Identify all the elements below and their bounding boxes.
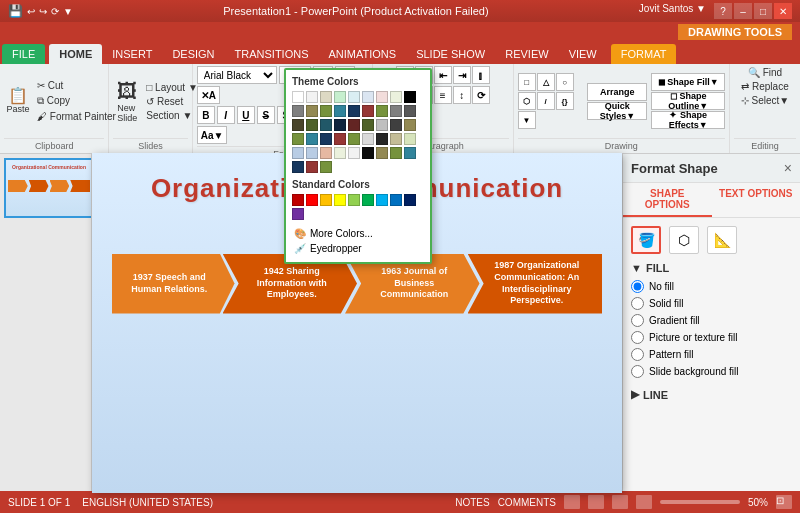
toolbar-icon-1[interactable]: ↩ — [27, 6, 35, 17]
normal-view-btn[interactable] — [564, 495, 580, 509]
color-swatch[interactable] — [348, 194, 360, 206]
fill-radio[interactable] — [631, 331, 644, 344]
color-swatch[interactable] — [320, 119, 332, 131]
color-swatch[interactable] — [306, 194, 318, 206]
tab-review[interactable]: REVIEW — [495, 44, 558, 64]
change-case-button[interactable]: Aa▼ — [197, 126, 228, 144]
toolbar-icon-4[interactable]: ▼ — [63, 6, 73, 17]
color-swatch[interactable] — [320, 194, 332, 206]
indent-left-button[interactable]: ⇤ — [434, 66, 452, 84]
color-swatch[interactable] — [348, 133, 360, 145]
color-swatch[interactable] — [334, 147, 346, 159]
italic-button[interactable]: I — [217, 106, 235, 124]
close-button[interactable]: ✕ — [774, 3, 792, 19]
color-swatch[interactable] — [390, 133, 402, 145]
color-swatch[interactable] — [376, 105, 388, 117]
replace-button[interactable]: ⇄ Replace — [738, 80, 791, 93]
tab-home[interactable]: HOME — [49, 44, 102, 64]
color-swatch[interactable] — [306, 91, 318, 103]
fill-radio-option[interactable]: Pattern fill — [631, 346, 792, 363]
indent-right-button[interactable]: ⇥ — [453, 66, 471, 84]
color-swatch[interactable] — [306, 147, 318, 159]
color-swatch[interactable] — [334, 194, 346, 206]
fill-radio-option[interactable]: Slide background fill — [631, 363, 792, 380]
arrow-shape[interactable]: 1937 Speech and Human Relations. — [112, 254, 235, 314]
color-swatch[interactable] — [292, 91, 304, 103]
tab-shape-options[interactable]: SHAPE OPTIONS — [623, 183, 712, 217]
color-swatch[interactable] — [348, 119, 360, 131]
shape-outline-button[interactable]: ◻ Shape Outline▼ — [651, 92, 725, 110]
color-swatch[interactable] — [376, 194, 388, 206]
color-swatch[interactable] — [362, 133, 374, 145]
fill-radio[interactable] — [631, 348, 644, 361]
new-slide-button[interactable]: 🖼 NewSlide — [113, 78, 141, 125]
copy-button[interactable]: ⧉ Copy — [34, 94, 119, 108]
format-painter-button[interactable]: 🖌 Format Painter — [34, 110, 119, 123]
color-swatch[interactable] — [320, 161, 332, 173]
color-swatch[interactable] — [362, 194, 374, 206]
color-swatch[interactable] — [348, 147, 360, 159]
color-swatch[interactable] — [362, 105, 374, 117]
slide-thumbnail-1[interactable]: 1 Organizational Communication — [4, 158, 92, 218]
color-swatch[interactable] — [292, 208, 304, 220]
color-swatch[interactable] — [292, 133, 304, 145]
tab-text-options[interactable]: TEXT OPTIONS — [712, 183, 800, 217]
color-swatch[interactable] — [362, 147, 374, 159]
arrow-shape[interactable]: 1987 Organizational Communication: An In… — [468, 254, 603, 314]
color-swatch[interactable] — [292, 147, 304, 159]
fill-radio[interactable] — [631, 314, 644, 327]
columns-button[interactable]: ⫿ — [472, 66, 490, 84]
tab-file[interactable]: FILE — [2, 44, 45, 64]
format-panel-close[interactable]: × — [784, 160, 792, 176]
arrange-button[interactable]: Arrange — [587, 83, 647, 101]
color-swatch[interactable] — [390, 119, 402, 131]
color-swatch[interactable] — [404, 91, 416, 103]
color-swatch[interactable] — [390, 105, 402, 117]
fill-line-icon-btn[interactable]: 🪣 — [631, 226, 661, 254]
shape-fill-button[interactable]: ◼ Shape Fill▼ — [651, 73, 725, 91]
color-swatch[interactable] — [292, 119, 304, 131]
color-swatch[interactable] — [376, 133, 388, 145]
slideshow-btn[interactable] — [636, 495, 652, 509]
toolbar-icon-3[interactable]: ⟳ — [51, 6, 59, 17]
select-button[interactable]: ⊹ Select▼ — [738, 94, 792, 107]
color-swatch[interactable] — [390, 194, 402, 206]
color-swatch[interactable] — [362, 119, 374, 131]
color-swatch[interactable] — [306, 119, 318, 131]
color-swatch[interactable] — [404, 147, 416, 159]
reading-view-btn[interactable] — [612, 495, 628, 509]
fill-radio[interactable] — [631, 280, 644, 293]
paste-button[interactable]: 📋 Paste — [4, 86, 32, 116]
quick-styles-button[interactable]: Quick Styles▼ — [587, 102, 647, 120]
shape-4[interactable]: ⬡ — [518, 92, 536, 110]
strikethrough-button[interactable]: S — [257, 106, 275, 124]
font-name-select[interactable]: Arial Black — [197, 66, 277, 84]
shape-effects-button[interactable]: ✦ Shape Effects▼ — [651, 111, 725, 129]
eyedropper-button[interactable]: 💉 Eyedropper — [292, 241, 424, 256]
color-swatch[interactable] — [362, 91, 374, 103]
tab-view[interactable]: VIEW — [559, 44, 607, 64]
color-swatch[interactable] — [404, 194, 416, 206]
color-swatch[interactable] — [306, 161, 318, 173]
color-swatch[interactable] — [334, 91, 346, 103]
tab-animations[interactable]: ANIMATIONS — [319, 44, 407, 64]
justify-button[interactable]: ≡ — [434, 86, 452, 104]
comments-btn[interactable]: COMMENTS — [498, 497, 556, 508]
tab-design[interactable]: DESIGN — [162, 44, 224, 64]
notes-btn[interactable]: NOTES — [455, 497, 489, 508]
clear-format-button[interactable]: ✕A — [197, 86, 220, 104]
text-direction-button[interactable]: ⟳ — [472, 86, 490, 104]
tab-transitions[interactable]: TRANSITIONS — [225, 44, 319, 64]
color-swatch[interactable] — [320, 105, 332, 117]
help-button[interactable]: ? — [714, 3, 732, 19]
color-swatch[interactable] — [306, 133, 318, 145]
shape-2[interactable]: △ — [537, 73, 555, 91]
color-swatch[interactable] — [320, 91, 332, 103]
color-swatch[interactable] — [334, 133, 346, 145]
color-swatch[interactable] — [404, 133, 416, 145]
size-icon-btn[interactable]: 📐 — [707, 226, 737, 254]
color-swatch[interactable] — [348, 91, 360, 103]
color-swatch[interactable] — [404, 119, 416, 131]
fill-radio-option[interactable]: No fill — [631, 278, 792, 295]
maximize-button[interactable]: □ — [754, 3, 772, 19]
